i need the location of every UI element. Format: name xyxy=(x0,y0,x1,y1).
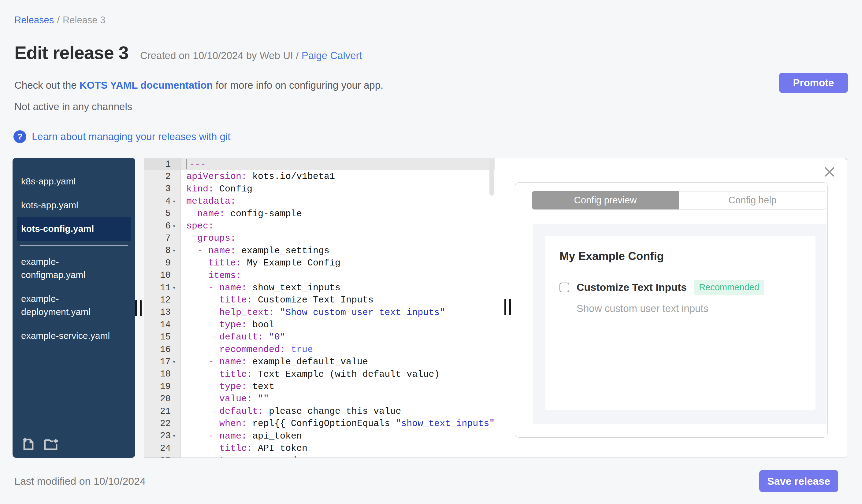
code-line-6[interactable]: 6▾spec: xyxy=(144,220,495,232)
code-text-12: title: Customize Text Inputs xyxy=(181,294,495,306)
file-item-example-deployment.yaml[interactable]: example-deployment.yaml xyxy=(13,287,135,324)
line-number-6[interactable]: 6▾ xyxy=(144,220,181,232)
code-text-9: title: My Example Config xyxy=(181,257,495,269)
code-line-23[interactable]: 23▾ - name: api_token xyxy=(144,430,495,442)
file-item-k8s-app.yaml[interactable]: k8s-app.yaml xyxy=(13,170,135,193)
file-sidebar: k8s-app.yamlkots-app.yamlkots-config.yam… xyxy=(13,158,135,458)
sidebar-divider xyxy=(20,245,128,246)
editor-scrollbar-thumb[interactable] xyxy=(489,159,494,196)
code-line-5[interactable]: 5 name: config-sample xyxy=(144,208,495,220)
code-text-23: - name: api_token xyxy=(181,430,495,442)
new-file-icon[interactable] xyxy=(22,436,36,451)
line-number-11[interactable]: 11▾ xyxy=(144,282,181,294)
line-number-19[interactable]: 19 xyxy=(144,381,181,393)
fold-arrow-icon[interactable]: ▾ xyxy=(171,223,178,229)
kots-yaml-docs-link[interactable]: KOTS YAML documentation xyxy=(80,80,213,91)
promote-button[interactable]: Promote xyxy=(779,73,848,93)
file-item-example-service.yaml[interactable]: example-service.yaml xyxy=(13,324,135,348)
line-number-18[interactable]: 18 xyxy=(144,368,181,381)
line-number-2[interactable]: 2 xyxy=(144,170,181,183)
line-number-13[interactable]: 13 xyxy=(144,306,181,319)
code-line-19[interactable]: 19 type: text xyxy=(144,381,495,393)
line-number-22[interactable]: 22 xyxy=(144,417,181,430)
code-text-8: - name: example_settings xyxy=(181,245,495,257)
code-line-25[interactable]: 25 type: password xyxy=(144,454,495,458)
code-line-7[interactable]: 7 groups: xyxy=(144,232,495,244)
code-line-13[interactable]: 13 help_text: "Show custom user text inp… xyxy=(144,306,495,319)
file-item-kots-config.yaml[interactable]: kots-config.yaml xyxy=(17,217,131,241)
code-line-22[interactable]: 22 when: repl{{ ConfigOptionEquals "show… xyxy=(144,417,495,430)
line-number-17[interactable]: 17▾ xyxy=(144,356,181,368)
close-icon[interactable] xyxy=(824,166,835,178)
fold-arrow-icon[interactable]: ▾ xyxy=(171,359,178,365)
code-line-4[interactable]: 4▾metadata: xyxy=(144,195,495,207)
code-line-9[interactable]: 9 title: My Example Config xyxy=(144,257,495,269)
line-number-23[interactable]: 23▾ xyxy=(144,430,181,442)
code-line-24[interactable]: 24 title: API token xyxy=(144,442,495,454)
line-number-12[interactable]: 12 xyxy=(144,294,181,306)
line-number-9[interactable]: 9 xyxy=(144,257,181,269)
config-item-row: Customize Text Inputs Recommended xyxy=(560,280,801,295)
preview-resize-handle[interactable] xyxy=(505,299,511,315)
created-line: Created on 10/10/2024 by Web UI / Paige … xyxy=(140,50,362,62)
line-number-16[interactable]: 16 xyxy=(144,343,181,356)
line-number-4[interactable]: 4▾ xyxy=(144,195,181,207)
fold-arrow-icon[interactable]: ▾ xyxy=(171,198,178,204)
customize-text-inputs-checkbox[interactable] xyxy=(560,282,569,292)
docs-suffix: for more info on configuring your app. xyxy=(213,80,383,91)
code-line-18[interactable]: 18 title: Text Example (with default val… xyxy=(144,368,495,381)
code-line-16[interactable]: 16 recommended: true xyxy=(144,343,495,356)
author-link[interactable]: Paige Calvert xyxy=(302,50,362,61)
code-line-2[interactable]: 2apiVersion: kots.io/v1beta1 xyxy=(144,170,495,183)
title-row: Edit release 3 Created on 10/10/2024 by … xyxy=(14,42,362,63)
git-help-line: ? Learn about managing your releases wit… xyxy=(13,130,230,143)
file-item-example-configmap.yaml[interactable]: example-configmap.yaml xyxy=(13,250,135,287)
workspace: k8s-app.yamlkots-app.yamlkots-config.yam… xyxy=(13,158,847,458)
code-line-20[interactable]: 20 value: "" xyxy=(144,393,495,405)
code-text-17: - name: example_default_value xyxy=(181,356,495,368)
line-number-8[interactable]: 8▾ xyxy=(144,245,181,257)
code-line-11[interactable]: 11▾ - name: show_text_inputs xyxy=(144,282,495,294)
line-number-24[interactable]: 24 xyxy=(144,442,181,454)
help-icon[interactable]: ? xyxy=(13,130,26,143)
sidebar-bottom-divider xyxy=(20,430,128,430)
code-line-3[interactable]: 3kind: Config xyxy=(144,183,495,195)
tab-config-preview[interactable]: Config preview xyxy=(532,191,679,210)
text-cursor xyxy=(186,159,187,170)
code-line-15[interactable]: 15 default: "0" xyxy=(144,331,495,343)
line-number-7[interactable]: 7 xyxy=(144,232,181,244)
code-line-14[interactable]: 14 type: bool xyxy=(144,319,495,331)
yaml-editor[interactable]: 1---2apiVersion: kots.io/v1beta13kind: C… xyxy=(144,158,495,458)
code-line-12[interactable]: 12 title: Customize Text Inputs xyxy=(144,294,495,306)
line-number-5[interactable]: 5 xyxy=(144,208,181,220)
last-modified-text: Last modified on 10/10/2024 xyxy=(14,475,146,487)
fold-arrow-icon[interactable]: ▾ xyxy=(171,248,178,254)
line-number-14[interactable]: 14 xyxy=(144,319,181,331)
config-tabs: Config previewConfig help xyxy=(532,191,826,210)
code-line-10[interactable]: 10 items: xyxy=(144,269,495,282)
code-line-1[interactable]: 1--- xyxy=(144,158,495,170)
line-number-1[interactable]: 1 xyxy=(144,158,181,170)
code-line-8[interactable]: 8▾ - name: example_settings xyxy=(144,245,495,257)
code-line-21[interactable]: 21 default: please change this value xyxy=(144,405,495,417)
save-release-button[interactable]: Save release xyxy=(759,470,838,492)
fold-arrow-icon[interactable]: ▾ xyxy=(171,285,178,291)
line-number-10[interactable]: 10 xyxy=(144,269,181,282)
new-folder-icon[interactable] xyxy=(44,436,59,451)
release-editor-page: { "breadcrumb": { "link": "Releases", "s… xyxy=(0,0,862,504)
line-number-3[interactable]: 3 xyxy=(144,183,181,195)
fold-arrow-icon[interactable]: ▾ xyxy=(171,433,178,439)
line-number-20[interactable]: 20 xyxy=(144,393,181,405)
code-text-21: default: please change this value xyxy=(181,405,495,417)
config-preview-pane: Config previewConfig help My Example Con… xyxy=(495,158,847,458)
file-list: k8s-app.yamlkots-app.yamlkots-config.yam… xyxy=(13,170,135,347)
git-releases-link[interactable]: Learn about managing your releases with … xyxy=(32,131,230,143)
breadcrumb-releases-link[interactable]: Releases xyxy=(14,15,54,25)
line-number-21[interactable]: 21 xyxy=(144,405,181,417)
code-line-17[interactable]: 17▾ - name: example_default_value xyxy=(144,356,495,368)
sidebar-resize-handle[interactable] xyxy=(135,300,142,316)
line-number-25[interactable]: 25 xyxy=(144,454,181,458)
tab-config-help[interactable]: Config help xyxy=(679,191,826,210)
file-item-kots-app.yaml[interactable]: kots-app.yaml xyxy=(13,193,135,217)
line-number-15[interactable]: 15 xyxy=(144,331,181,343)
